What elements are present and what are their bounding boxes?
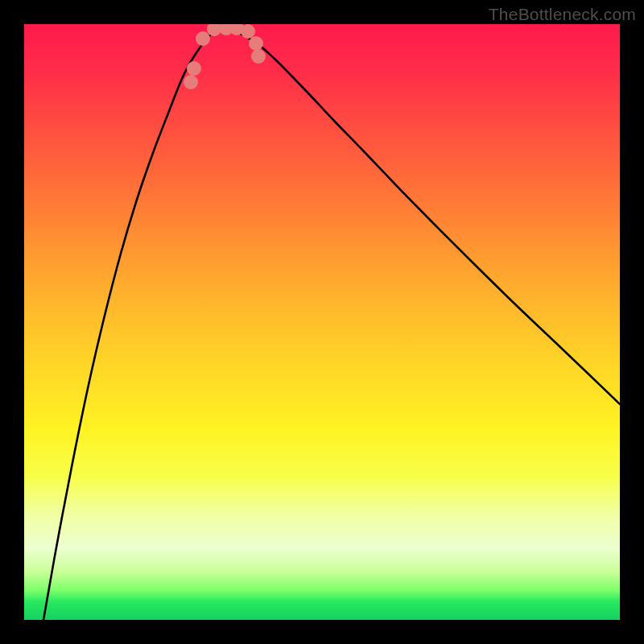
data-dots [184,24,266,89]
curve-left-branch [43,27,221,620]
data-dot [187,61,201,76]
chart-frame: TheBottleneck.com [0,0,644,644]
data-dot [241,24,255,39]
watermark-text: TheBottleneck.com [489,5,636,24]
data-dot [251,49,266,64]
data-dot [196,31,210,46]
curve-right-branch [224,27,620,404]
plot-area [24,24,620,620]
data-dot [184,75,198,89]
curve-layer [24,24,620,620]
data-dot [249,36,263,51]
data-dot [207,24,221,36]
